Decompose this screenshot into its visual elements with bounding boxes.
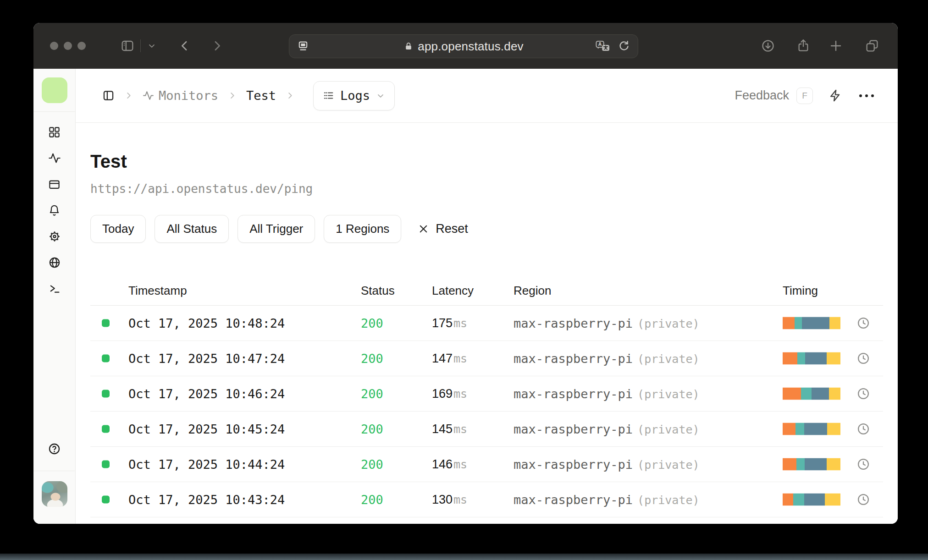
row-latency-unit: ms <box>453 493 467 506</box>
timing-segment <box>783 494 793 506</box>
status-page-icon[interactable] <box>45 175 64 193</box>
minimize-window-button[interactable] <box>64 42 72 50</box>
globe-icon[interactable] <box>45 253 64 272</box>
row-region: max-raspberry-pi <box>514 387 633 401</box>
timing-segment <box>825 494 840 506</box>
row-region: max-raspberry-pi <box>514 422 633 436</box>
table-row[interactable]: Oct 17, 2025 10:45:24 200 145ms max-rasp… <box>90 412 883 447</box>
clock-icon[interactable] <box>856 457 870 471</box>
feedback-button[interactable]: Feedback <box>735 88 789 103</box>
tab-overview-icon[interactable] <box>865 38 879 53</box>
row-timestamp: Oct 17, 2025 10:44:24 <box>128 457 285 472</box>
breadcrumb-monitor-name[interactable]: Test <box>246 88 276 103</box>
row-timestamp: Oct 17, 2025 10:46:24 <box>128 387 285 401</box>
logs-dropdown-button[interactable]: Logs <box>313 81 395 110</box>
list-icon <box>323 90 334 101</box>
row-region-note: (private) <box>637 317 699 330</box>
workspace-avatar[interactable] <box>42 77 67 103</box>
page-title: Test <box>90 151 883 172</box>
row-latency-value: 146 <box>432 457 453 471</box>
row-latency-unit: ms <box>453 458 467 471</box>
clock-icon[interactable] <box>856 493 870 506</box>
filter-status-button[interactable]: All Status <box>155 215 229 243</box>
reset-label: Reset <box>436 222 468 236</box>
panel-left-icon[interactable] <box>102 89 115 102</box>
breadcrumb-separator <box>124 91 133 100</box>
filter-regions-button[interactable]: 1 Regions <box>324 215 401 243</box>
table-row[interactable]: Oct 17, 2025 10:47:24 200 147ms max-rasp… <box>90 341 883 376</box>
filter-date-button[interactable]: Today <box>90 215 146 243</box>
reset-filters-button[interactable]: Reset <box>418 222 468 236</box>
timing-bar <box>783 352 840 365</box>
col-status[interactable]: Status <box>361 284 395 298</box>
share-icon[interactable] <box>796 38 811 53</box>
timing-segment <box>801 388 812 400</box>
translate-icon[interactable]: A <box>595 40 611 53</box>
row-latency-unit: ms <box>453 423 467 436</box>
new-tab-icon[interactable] <box>829 38 843 53</box>
col-region[interactable]: Region <box>514 284 551 298</box>
row-latency: 147ms <box>432 351 467 366</box>
row-region-note: (private) <box>637 423 699 436</box>
help-icon[interactable] <box>45 439 64 458</box>
timing-segment <box>783 317 795 329</box>
forward-icon[interactable] <box>210 39 224 53</box>
logs-button-label: Logs <box>340 88 370 103</box>
logs-table: Timestamp Status Latency Region Timing O… <box>90 276 883 517</box>
page-content: Test https://api.openstatus.dev/ping Tod… <box>76 123 898 524</box>
notifications-bell-icon[interactable] <box>45 201 64 220</box>
row-region: max-raspberry-pi <box>514 316 633 330</box>
dashboard-grid-icon[interactable] <box>45 123 64 141</box>
row-timestamp: Oct 17, 2025 10:45:24 <box>128 422 285 436</box>
table-row[interactable]: Oct 17, 2025 10:44:24 200 146ms max-rasp… <box>90 447 883 482</box>
clock-icon[interactable] <box>856 387 870 401</box>
browser-toolbar: app.openstatus.dev A <box>33 23 898 69</box>
chevron-down-icon <box>376 91 385 100</box>
timing-segment <box>795 423 804 435</box>
reload-icon[interactable] <box>618 40 630 53</box>
header-actions: Feedback F <box>735 88 874 104</box>
zoom-window-button[interactable] <box>77 42 86 50</box>
row-latency-unit: ms <box>453 387 467 401</box>
address-bar[interactable]: app.openstatus.dev A <box>289 34 638 58</box>
timing-bar <box>783 494 840 506</box>
col-latency[interactable]: Latency <box>432 284 474 298</box>
row-region-cell: max-raspberry-pi(private) <box>514 493 700 507</box>
clock-icon[interactable] <box>856 422 870 436</box>
table-row[interactable]: Oct 17, 2025 10:43:24 200 130ms max-rasp… <box>90 482 883 517</box>
clock-icon[interactable] <box>856 316 870 330</box>
breadcrumb-separator <box>286 91 294 100</box>
col-timestamp[interactable]: Timestamp <box>128 284 187 298</box>
row-status: 200 <box>361 387 383 401</box>
downloads-icon[interactable] <box>761 38 775 53</box>
terminal-icon[interactable] <box>45 280 64 298</box>
col-timing[interactable]: Timing <box>783 284 818 298</box>
table-row[interactable]: Oct 17, 2025 10:48:24 200 175ms max-rasp… <box>90 306 883 341</box>
clock-icon[interactable] <box>856 351 870 365</box>
timing-segment <box>829 317 840 329</box>
row-region-note: (private) <box>637 458 699 472</box>
breadcrumb-monitors[interactable]: Monitors <box>143 88 218 103</box>
row-timestamp: Oct 17, 2025 10:48:24 <box>128 316 285 330</box>
table-row[interactable]: Oct 17, 2025 10:46:24 200 169ms max-rasp… <box>90 376 883 412</box>
feedback-shortcut-badge: F <box>796 88 813 104</box>
sidebar-toggle-icon[interactable] <box>120 38 135 53</box>
monitors-activity-icon[interactable] <box>45 149 64 167</box>
row-latency-unit: ms <box>453 352 467 365</box>
settings-gear-icon[interactable] <box>45 227 64 246</box>
row-latency: 130ms <box>432 493 467 507</box>
back-icon[interactable] <box>178 39 192 53</box>
timing-segment <box>783 388 801 400</box>
filter-trigger-button[interactable]: All Trigger <box>238 215 315 243</box>
row-region-cell: max-raspberry-pi(private) <box>514 316 700 330</box>
timing-segment <box>802 317 829 329</box>
row-region-cell: max-raspberry-pi(private) <box>514 422 700 436</box>
monitor-endpoint-url: https://api.openstatus.dev/ping <box>90 182 883 196</box>
close-window-button[interactable] <box>50 42 58 50</box>
more-options-icon[interactable] <box>859 94 874 97</box>
zap-icon[interactable] <box>829 89 842 102</box>
app-root: Monitors Test Logs <box>33 69 898 524</box>
page-menu-icon[interactable] <box>297 40 309 53</box>
chevron-down-icon[interactable] <box>147 41 156 50</box>
user-avatar[interactable] <box>42 481 67 507</box>
